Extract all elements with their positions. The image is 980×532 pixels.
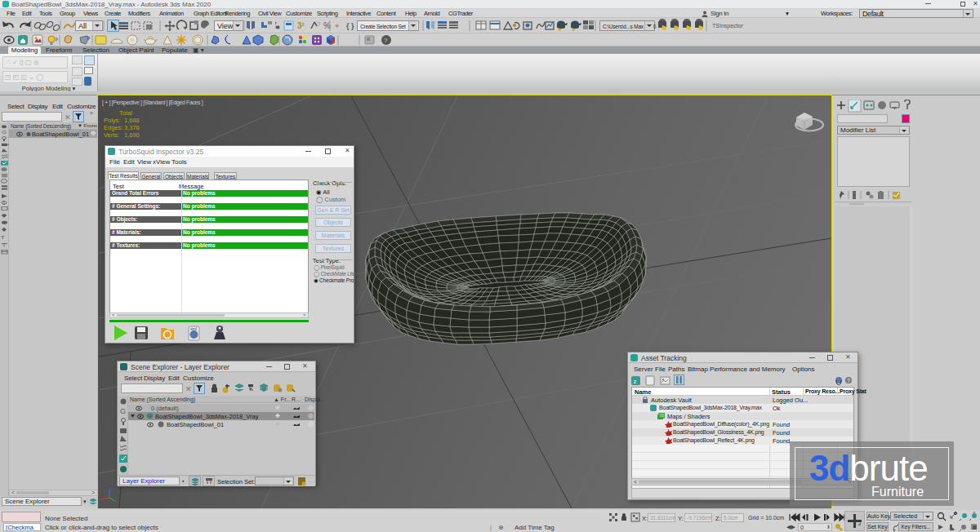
svg-text:?: ? — [317, 20, 321, 28]
svg-text:T: T — [1, 236, 5, 240]
svg-text:{ }: { } — [346, 22, 354, 30]
svg-text:z: z — [634, 378, 637, 385]
svg-text:G: G — [2, 130, 7, 134]
svg-text:?: ? — [847, 378, 850, 383]
svg-text:xml: xml — [190, 326, 197, 331]
svg-text:G: G — [120, 407, 126, 415]
svg-text:⌖: ⌖ — [335, 21, 340, 30]
svg-text:3²: 3² — [297, 21, 305, 30]
svg-text:?: ? — [384, 37, 388, 44]
